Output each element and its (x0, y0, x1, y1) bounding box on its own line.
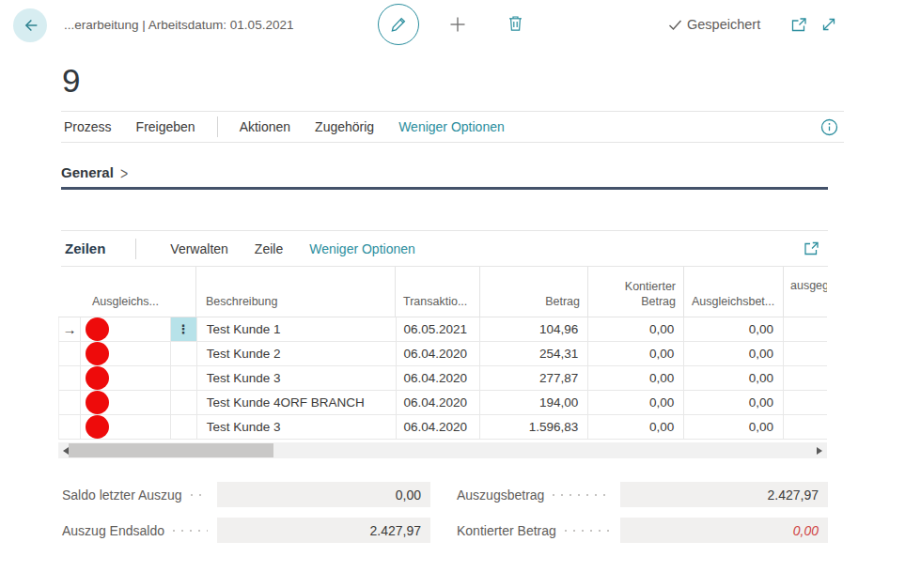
menu-item-aktionen[interactable]: Aktionen (227, 119, 303, 134)
dotted-leader (191, 494, 208, 496)
table-row[interactable]: → ⋮ Test Kunde 1 06.05.2021 104,96 0,00 … (58, 317, 827, 342)
field-auszugsbetrag: Auszugsbetrag 2.427,97 (457, 482, 828, 507)
menu-item-zugehoerig[interactable]: Zugehörig (303, 119, 386, 134)
row-menu-button[interactable]: ⋮ (170, 317, 196, 341)
dotted-leader (173, 530, 208, 532)
table-row[interactable]: Test Kunde 3 06.04.2020 1.596,83 0,00 0,… (58, 415, 827, 440)
cell-amount[interactable]: 277,87 (479, 366, 587, 390)
focus-mode-button[interactable] (803, 240, 820, 256)
row-menu-cell[interactable] (170, 391, 196, 414)
cell-posted-amount[interactable]: 0,00 (587, 415, 683, 439)
cell-amount[interactable]: 254,31 (479, 342, 587, 365)
cell-transaction-date[interactable]: 06.04.2020 (396, 342, 480, 365)
cell-posted-amount[interactable]: 0,00 (587, 342, 683, 365)
cell-last[interactable] (783, 342, 827, 365)
info-button[interactable] (820, 118, 838, 136)
new-button[interactable] (448, 15, 467, 34)
table-row[interactable]: Test Kunde 4ORF BRANCH 06.04.2020 194,00… (58, 391, 827, 415)
table-row[interactable]: Test Kunde 2 06.04.2020 254,31 0,00 0,00 (58, 342, 827, 366)
cell-transaction-date[interactable]: 06.04.2020 (396, 366, 480, 390)
row-indicator-cell (59, 415, 80, 439)
edit-button[interactable] (378, 4, 419, 45)
row-menu-cell[interactable] (170, 342, 196, 365)
save-status-label: Gespeichert (687, 17, 760, 32)
field-value-negative[interactable]: 0,00 (620, 518, 828, 543)
cell-posted-amount[interactable]: 0,00 (587, 391, 683, 414)
general-section-toggle[interactable]: General > (61, 164, 828, 187)
cell-transaction-date[interactable]: 06.04.2020 (396, 391, 480, 414)
scrollbar-thumb[interactable] (69, 443, 273, 457)
cell-applied[interactable] (80, 391, 170, 414)
checkmark-icon (668, 19, 682, 31)
cell-last[interactable]: 1 (783, 415, 827, 439)
expand-button[interactable] (820, 16, 837, 33)
resize-diagonal-icon (820, 16, 837, 33)
lines-menu-weniger-optionen[interactable]: Weniger Optionen (296, 241, 429, 256)
cell-application-amount[interactable]: 0,00 (683, 415, 783, 439)
lines-menu-zeile[interactable]: Zeile (242, 241, 296, 256)
totals-right-column: Auszugsbetrag 2.427,97 Kontierter Betrag… (457, 482, 828, 543)
cell-application-amount[interactable]: 0,00 (683, 366, 783, 390)
top-command-bar: ...erarbeitung | Arbeitsdatum: 01.05.202… (0, 0, 905, 51)
column-header-transaktionsdatum[interactable]: Transaktio... (395, 267, 479, 317)
cell-transaction-date[interactable]: 06.04.2020 (396, 415, 480, 439)
totals-section: Saldo letzter Auszug 0,00 Auszug Endsald… (62, 482, 905, 543)
cell-posted-amount[interactable]: 0,00 (587, 317, 683, 341)
cell-applied[interactable] (80, 366, 170, 390)
back-button[interactable] (13, 8, 47, 42)
red-circle-icon (86, 317, 109, 341)
cell-applied[interactable] (80, 317, 170, 341)
column-header-beschreibung[interactable]: Beschreibung (195, 267, 395, 317)
lines-toolbar-separator (135, 239, 136, 259)
cell-applied[interactable] (80, 415, 170, 439)
red-circle-icon (86, 342, 109, 365)
cell-description[interactable]: Test Kunde 2 (196, 342, 396, 365)
column-header-ausgleichs[interactable]: Ausgleichs... (79, 267, 169, 317)
title-row: 9 (0, 51, 905, 111)
cell-last[interactable] (783, 391, 827, 414)
field-value[interactable]: 0,00 (217, 482, 430, 507)
cell-description[interactable]: Test Kunde 1 (196, 317, 396, 341)
lines-toolbar: Zeilen Verwalten Zeile Weniger Optionen (61, 230, 828, 267)
cell-application-amount[interactable]: 0,00 (683, 391, 783, 414)
column-header-ausgeglichen[interactable]: ausgeg (783, 267, 827, 317)
field-label: Kontierter Betrag (457, 523, 556, 538)
cell-description[interactable]: Test Kunde 3 (196, 366, 396, 390)
red-circle-icon (86, 391, 109, 414)
cell-application-amount[interactable]: 0,00 (683, 342, 783, 365)
dotted-leader (565, 530, 611, 532)
cell-description[interactable]: Test Kunde 4ORF BRANCH (196, 391, 396, 414)
plus-icon (448, 15, 467, 34)
field-auszug-endsaldo: Auszug Endsaldo 2.427,97 (62, 518, 430, 543)
menu-item-weniger-optionen[interactable]: Weniger Optionen (386, 119, 517, 134)
column-header-ausgleichsbetrag[interactable]: Ausgleichsbet... (683, 267, 783, 317)
cell-amount[interactable]: 1.596,83 (479, 415, 587, 439)
cell-application-amount[interactable]: 0,00 (683, 317, 783, 341)
cell-amount[interactable]: 194,00 (479, 391, 587, 414)
row-menu-cell[interactable] (170, 366, 196, 390)
row-menu-cell[interactable] (170, 415, 196, 439)
menu-item-prozess[interactable]: Prozess (61, 119, 124, 134)
menu-item-freigeben[interactable]: Freigeben (124, 119, 208, 134)
general-section-label: General (61, 164, 114, 180)
cell-description[interactable]: Test Kunde 3 (196, 415, 396, 439)
cell-amount[interactable]: 104,96 (479, 317, 587, 341)
cell-last[interactable] (783, 317, 827, 341)
cell-applied[interactable] (80, 342, 170, 365)
cell-transaction-date[interactable]: 06.05.2021 (396, 317, 480, 341)
horizontal-scrollbar[interactable] (58, 442, 827, 458)
lines-menu-verwalten[interactable]: Verwalten (157, 241, 241, 256)
scroll-right-arrow-icon[interactable] (817, 447, 822, 455)
cell-last[interactable] (783, 366, 827, 390)
column-header-kontierter-betrag[interactable]: Kontierter Betrag (587, 267, 683, 317)
field-label: Auszugsbetrag (457, 487, 544, 503)
table-row[interactable]: Test Kunde 3 06.04.2020 277,87 0,00 0,00 (58, 366, 827, 391)
action-bar: Prozess Freigeben Aktionen Zugehörig Wen… (61, 111, 844, 143)
delete-button[interactable] (507, 14, 524, 33)
field-value[interactable]: 2.427,97 (217, 518, 430, 543)
field-value[interactable]: 2.427,97 (620, 482, 828, 507)
open-in-new-window-button[interactable] (790, 17, 807, 33)
cell-posted-amount[interactable]: 0,00 (587, 366, 683, 390)
column-header-betrag[interactable]: Betrag (479, 267, 587, 317)
trash-icon (507, 14, 524, 33)
